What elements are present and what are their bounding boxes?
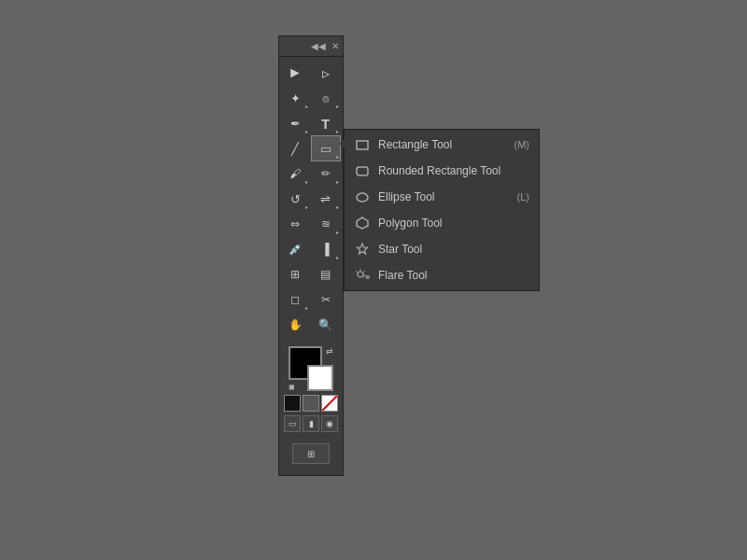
fullscreen-black-button[interactable]: ◉	[321, 415, 338, 432]
rectangle-tool-shortcut: (M)	[514, 139, 530, 150]
color-mode-row	[283, 395, 339, 412]
warp-tool-button[interactable]: ≋ ▸	[312, 212, 340, 236]
zoom-tool-button[interactable]: 🔍	[312, 313, 340, 337]
ellipse-tool-shortcut: (L)	[517, 191, 529, 203]
rectangle-tool-button[interactable]: ▭ ▸	[312, 136, 340, 161]
rectangle-tool-label: Rectangle Tool	[378, 138, 505, 151]
svg-line-10	[363, 276, 365, 278]
star-tool-menu-item[interactable]: Star Tool	[345, 236, 539, 262]
ellipse-tool-label: Ellipse Tool	[378, 190, 508, 203]
selection-tool-button[interactable]: ►	[281, 61, 309, 85]
svg-marker-4	[358, 244, 368, 254]
rotate-tool-button[interactable]: ↺ ▸	[281, 187, 309, 211]
star-tool-icon	[354, 241, 371, 258]
scissors-tool-button[interactable]: ✂	[312, 287, 340, 312]
collapse-button[interactable]: ◀◀	[311, 41, 326, 51]
polygon-tool-menu-item[interactable]: Polygon Tool	[345, 210, 539, 236]
gradient-button[interactable]	[303, 395, 319, 412]
width-tool-button[interactable]: ⇔	[281, 212, 309, 236]
flare-tool-label: Flare Tool	[378, 269, 520, 282]
svg-point-5	[358, 272, 363, 277]
svg-line-9	[363, 271, 365, 273]
pen-tool-button[interactable]: ✒ ▸	[281, 111, 309, 135]
ellipse-tool-icon	[354, 189, 371, 205]
color-button[interactable]	[284, 395, 301, 412]
graph-tool-button[interactable]: ▐ ▸	[312, 237, 340, 261]
magic-wand-tool-button[interactable]: ✦ ▸	[281, 86, 309, 110]
color-swatches: ⇄ ◼	[289, 346, 333, 391]
eyedropper-tool-button[interactable]: 💉	[281, 237, 309, 261]
toolbar-panel: ◀◀ ✕ ► ▹ ✦ ▸ ⌾ ▸ ✒ ▸ T ▸ ╱	[278, 35, 344, 476]
polygon-tool-label: Polygon Tool	[378, 217, 520, 230]
pencil-tool-button[interactable]: ✏ ▸	[312, 161, 340, 186]
flare-tool-menu-item[interactable]: Flare Tool	[345, 262, 539, 288]
rounded-rectangle-tool-label: Rounded Rectangle Tool	[378, 164, 520, 177]
hand-tool-button[interactable]: ✋	[281, 313, 309, 337]
star-tool-label: Star Tool	[378, 243, 520, 256]
lasso-tool-button[interactable]: ⌾ ▸	[312, 86, 340, 110]
fullscreen-gray-button[interactable]: ▮	[303, 415, 319, 432]
toolbar-header: ◀◀ ✕	[279, 36, 343, 57]
svg-rect-0	[357, 141, 368, 149]
reflect-tool-button[interactable]: ⇌ ▸	[312, 187, 340, 211]
default-colors-icon[interactable]: ◼	[289, 383, 295, 391]
polygon-tool-icon	[354, 215, 371, 231]
rectangle-tool-icon	[354, 136, 371, 153]
rounded-rectangle-tool-menu-item[interactable]: Rounded Rectangle Tool	[345, 158, 539, 184]
rectangle-tool-menu-item[interactable]: Rectangle Tool (M)	[345, 132, 539, 158]
swap-colors-icon[interactable]: ⇄	[326, 346, 333, 356]
rounded-rectangle-tool-icon	[354, 162, 371, 179]
normal-screen-button[interactable]: ▭	[284, 415, 301, 432]
ellipse-tool-menu-item[interactable]: Ellipse Tool (L)	[345, 184, 539, 210]
svg-point-2	[357, 193, 368, 202]
line-tool-button[interactable]: ╱	[281, 136, 309, 161]
direct-selection-tool-button[interactable]: ▹	[312, 61, 340, 85]
svg-marker-3	[357, 217, 368, 229]
flare-tool-icon	[354, 267, 371, 284]
svg-line-11	[356, 271, 358, 273]
screen-mode-row: ▭ ▮ ◉	[283, 415, 339, 432]
svg-rect-1	[357, 167, 368, 175]
arrange-button[interactable]: ⊞	[292, 443, 330, 464]
flyout-menu: Rectangle Tool (M) Rounded Rectangle Too…	[344, 129, 540, 291]
background-color-swatch[interactable]	[307, 365, 333, 391]
slice-tool-button[interactable]: ▤	[312, 262, 340, 287]
close-button[interactable]: ✕	[331, 41, 339, 51]
none-button[interactable]	[321, 395, 338, 412]
type-tool-button[interactable]: T ▸	[312, 111, 340, 135]
tool-grid: ► ▹ ✦ ▸ ⌾ ▸ ✒ ▸ T ▸ ╱ ▭ ▸	[279, 57, 343, 341]
artboard-tool-button[interactable]: ⊞	[281, 262, 309, 287]
color-section: ⇄ ◼ ▭ ▮ ◉ ⊞	[279, 341, 343, 468]
paintbrush-tool-button[interactable]: 🖌 ▸	[281, 161, 309, 186]
eraser-tool-button[interactable]: ◻ ▸	[281, 287, 309, 312]
